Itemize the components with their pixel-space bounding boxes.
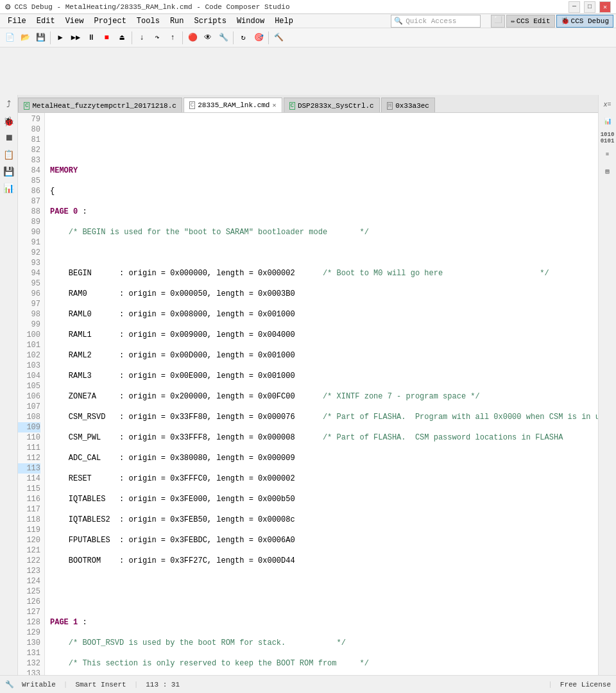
main-layout: ⤴ 🐞 ⏹ 📋 💾 📊 C MetalHeat_fuzzytempctrl_20… [0,95,616,693]
line-104: /* BOOT_RSVD is used by the boot ROM for… [50,638,598,648]
line-num-102: 102 [18,350,40,361]
sidebar-breakpoints[interactable]: ⏹ [2,131,16,145]
menu-run[interactable]: Run [165,15,189,27]
status-icon: 🔧 [5,680,14,689]
line-90: RAML2 : origin = 0x00D000, length = 0x00… [50,350,598,361]
menu-project[interactable]: Project [89,15,131,27]
sep3 [182,31,183,44]
line-98: IQTABLES2 : origin = 0x3FEB50, length = … [50,515,598,525]
sidebar-memory[interactable]: 💾 [2,164,16,178]
right-sidebar-disasm[interactable]: ≡ [601,148,615,162]
watch-btn[interactable]: 👁 [201,31,215,45]
menu-file[interactable]: File [3,15,31,27]
step-return[interactable]: ↑ [166,31,180,45]
line-num-106: 106 [18,391,40,402]
line-num-126: 126 [18,597,40,607]
right-sidebar-variables[interactable]: x= [601,98,615,112]
status-bar: 🔧 Writable | Smart Insert | 113 : 31 | F… [0,675,616,693]
line-85 [50,248,598,258]
tab-metalHeat[interactable]: C MetalHeat_fuzzytempctrl_20171218.c [18,98,182,113]
line-num-111: 111 [18,443,40,453]
save-button[interactable]: 💾 [33,31,47,45]
sidebar-registers[interactable]: 📊 [2,181,16,195]
sidebar-restore[interactable]: ⤴ [2,98,16,112]
terminate-button[interactable]: ■ [99,31,114,45]
open-button[interactable]: 📂 [18,31,32,45]
line-num-107: 107 [18,402,40,412]
line-num-100: 100 [18,330,40,340]
line-79 [50,124,598,135]
line-99: FPUTABLES : origin = 0x3FEBDC, length = … [50,535,598,545]
line-num-124: 124 [18,576,40,586]
code-content[interactable]: MEMORY { PAGE 0 : /* BEGIN is used for t… [45,113,598,693]
quick-access-input[interactable]: 🔍 Quick Access [391,15,481,28]
tab-label-metalHeat: MetalHeat_fuzzytempctrl_20171218.c [32,102,176,110]
suspend-button[interactable]: ⏸ [84,31,98,45]
status-sep3: | [548,681,552,689]
line-num-114: 114 [18,474,40,484]
line-num-82: 82 [18,145,40,155]
line-num-85: 85 [18,176,40,186]
sidebar-debug[interactable]: 🐞 [2,114,16,128]
line-83: PAGE 0 : [50,207,598,217]
menu-window[interactable]: Window [232,15,270,27]
line-num-123: 123 [18,566,40,576]
ccs-debug-perspective[interactable]: 🐞 CCS Debug [556,15,613,28]
tab-bar: C MetalHeat_fuzzytempctrl_20171218.c C 2… [18,95,598,113]
tab-ram-lnk[interactable]: C 28335_RAM_lnk.cmd ✕ [184,98,282,113]
line-86: BEGIN : origin = 0x000000, length = 0x00… [50,268,598,278]
step-over[interactable]: ↷ [150,31,164,45]
line-num-99: 99 [18,320,40,330]
line-num-103: 103 [18,361,40,371]
close-button[interactable]: ✕ [599,1,611,13]
line-num-127: 127 [18,607,40,617]
refresh-btn[interactable]: ↻ [236,31,250,45]
status-right: | Free License [548,681,611,689]
line-num-93: 93 [18,258,40,268]
line-num-130: 130 [18,638,40,648]
menu-help[interactable]: Help [270,15,298,27]
line-num-81: 81 [18,135,40,145]
maximize-button[interactable]: □ [584,1,595,13]
tab-dsp2833x[interactable]: C DSP2833x_SysCtrl.c [284,98,380,113]
mem-btn[interactable]: 🔧 [216,31,230,45]
line-num-86: 86 [18,186,40,196]
line-num-89: 89 [18,217,40,227]
status-position: 113 : 31 [146,681,180,689]
sep1 [50,31,51,44]
disconnect-button[interactable]: ⏏ [115,31,129,45]
target-btn[interactable]: 🎯 [252,31,266,45]
run-button[interactable]: ▶▶ [69,31,83,45]
sidebar-expressions[interactable]: 📋 [2,148,16,162]
menu-scripts[interactable]: Scripts [189,15,231,27]
tab-close-ram-lnk[interactable]: ✕ [272,101,276,109]
ccs-edit-perspective[interactable]: ✏ CCS Edit [506,15,554,28]
title-bar-controls[interactable]: ─ □ ✕ [569,1,611,13]
line-89: RAML1 : origin = 0x009000, length = 0x00… [50,330,598,340]
line-93: CSM_RSVD : origin = 0x33FF80, length = 0… [50,412,598,422]
title-bar: ⚙ CCS Debug - MetalHeating/28335_RAM_lnk… [0,0,616,14]
debug-button[interactable]: ▶ [53,31,67,45]
menu-view[interactable]: View [60,15,89,27]
line-num-104: 104 [18,371,40,381]
line-num-109: 109 [18,422,40,432]
status-sep1: | [64,681,68,689]
line-num-79: 79 [18,114,40,124]
line-94: CSM_PWL : origin = 0x33FFF8, length = 0x… [50,432,598,443]
menu-tools[interactable]: Tools [132,15,165,27]
minimize-button[interactable]: ─ [569,1,580,13]
new-button[interactable]: 📄 [3,31,17,45]
menu-edit[interactable]: Edit [31,15,60,27]
build-btn[interactable]: 🔨 [271,31,286,45]
line-num-129: 129 [18,628,40,638]
right-sidebar-console[interactable]: ▤ [601,164,615,178]
line-87: RAM0 : origin = 0x000050, length = 0x000… [50,289,598,299]
line-num-80: 80 [18,124,40,135]
line-95: ADC_CAL : origin = 0x380080, length = 0x… [50,453,598,463]
tab-hex[interactable]: H 0x33a3ec [381,98,435,113]
step-into[interactable]: ↓ [135,31,149,45]
right-sidebar-binary[interactable]: 10100101 [601,131,615,145]
breakpoint-btn[interactable]: 🔴 [185,31,200,45]
line-num-83: 83 [18,155,40,166]
right-sidebar-registers2[interactable]: 📊 [601,114,615,128]
